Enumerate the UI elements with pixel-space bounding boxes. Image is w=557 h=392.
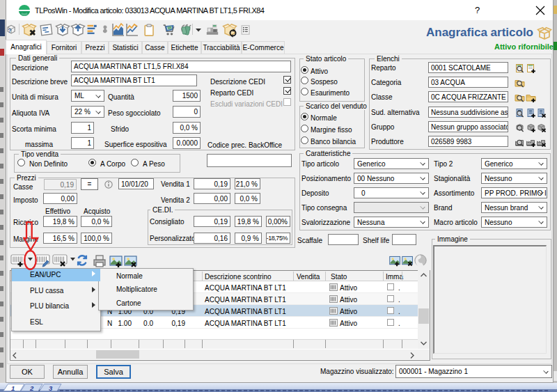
svg-text:?: ?	[8, 27, 11, 34]
